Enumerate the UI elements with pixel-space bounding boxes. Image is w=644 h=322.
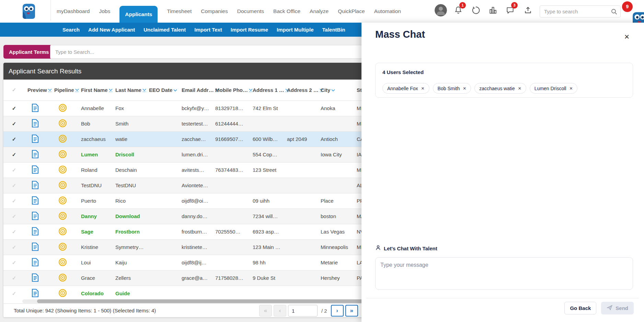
first-name-link[interactable]: Colorado xyxy=(78,286,113,301)
last-name-link[interactable]: watie xyxy=(113,131,146,147)
last-name-link[interactable]: Frostborn xyxy=(113,224,146,239)
last-name-link[interactable]: TestDNU xyxy=(113,178,146,193)
topnav-item-applicants[interactable]: Applicants xyxy=(119,6,158,23)
subnav-item-import-text[interactable]: Import Text xyxy=(194,27,222,33)
preview-document-icon[interactable] xyxy=(32,273,39,282)
pipeline-target-icon[interactable] xyxy=(58,181,67,189)
chip-remove-icon[interactable]: ✕ xyxy=(518,86,521,91)
pipeline-target-icon[interactable] xyxy=(58,119,67,128)
topnav-item-documents[interactable]: Documents xyxy=(237,0,264,23)
user-avatar[interactable] xyxy=(435,4,447,16)
last-name-link[interactable]: Deschain xyxy=(113,162,146,178)
export-upload-icon[interactable] xyxy=(524,6,532,15)
last-name-link[interactable]: Kaiju xyxy=(113,255,146,270)
chevron-down-icon[interactable] xyxy=(173,89,177,92)
preview-document-icon[interactable] xyxy=(32,212,39,220)
topnav-item-quickplace[interactable]: QuickPlace xyxy=(338,0,365,23)
table-row[interactable]: ✓LumenDriscolllumen.dri…554 Cop…Iowa Cit… xyxy=(3,147,388,162)
select-all-checkbox[interactable]: ✓ xyxy=(3,80,25,100)
table-row[interactable]: ✓GraceZellersgrace@a…71758028…9 Duke StH… xyxy=(3,270,388,286)
subnav-item-talentbin[interactable]: TalentBin xyxy=(322,27,345,33)
send-button[interactable]: Send xyxy=(601,302,634,314)
pagination-first-button[interactable]: « xyxy=(259,305,272,317)
table-row[interactable]: ✓zacchaeuswatiezacchae…91669507…600 Wilb… xyxy=(3,131,388,147)
column-header-last-name[interactable]: Last Name xyxy=(113,80,146,100)
close-icon[interactable]: ✕ xyxy=(624,33,630,41)
preview-document-icon[interactable] xyxy=(32,104,39,112)
global-search-input[interactable] xyxy=(544,6,609,17)
column-header-city[interactable]: City xyxy=(318,80,354,100)
avionte-owl-logo-icon[interactable] xyxy=(21,3,36,20)
first-name-link[interactable]: Loui xyxy=(78,255,113,270)
subnav-item-import-resume[interactable]: Import Resume xyxy=(231,27,268,33)
first-name-link[interactable]: Annabelle xyxy=(78,100,113,116)
history-undo-icon[interactable] xyxy=(471,6,480,15)
row-checkbox[interactable]: ✓ xyxy=(12,198,16,204)
subnav-item-add-new-applicant[interactable]: Add New Applicant xyxy=(88,27,135,33)
preview-document-icon[interactable] xyxy=(32,165,39,174)
preview-document-icon[interactable] xyxy=(32,258,39,266)
pipeline-target-icon[interactable] xyxy=(58,104,67,112)
subnav-item-search[interactable]: Search xyxy=(62,27,80,33)
preview-document-icon[interactable] xyxy=(32,181,39,189)
subnav-item-unclaimed-talent[interactable]: Unclaimed Talent xyxy=(143,27,186,33)
chevron-down-icon[interactable] xyxy=(331,89,335,92)
chip-remove-icon[interactable]: ✕ xyxy=(569,86,573,91)
table-row[interactable]: ✓BobSmithtestertest…61244444…MN xyxy=(3,116,388,131)
topnav-item-back-office[interactable]: Back Office xyxy=(273,0,300,23)
pagination-last-button[interactable]: » xyxy=(345,305,358,317)
preview-document-icon[interactable] xyxy=(32,150,39,158)
column-header-mobile-pho[interactable]: Mobile Pho… xyxy=(212,80,250,100)
topnav-item-jobs[interactable]: Jobs xyxy=(99,0,111,23)
first-name-link[interactable]: zacchaeus xyxy=(78,131,113,147)
reports-bar-chart-icon[interactable] xyxy=(488,6,497,15)
topnav-item-analyze[interactable]: Analyze xyxy=(310,0,329,23)
search-icon[interactable] xyxy=(611,8,618,16)
first-name-link[interactable]: Grace xyxy=(78,270,113,286)
column-header-eeo-date[interactable]: EEO Date xyxy=(146,80,179,100)
table-row[interactable]: ✓AnnabelleFoxbckyfx@y…81329718…742 Elm S… xyxy=(3,100,388,116)
row-checkbox[interactable]: ✓ xyxy=(12,105,16,111)
go-back-button[interactable]: Go Back xyxy=(564,302,596,314)
last-name-link[interactable]: Zellers xyxy=(113,270,146,286)
pipeline-target-icon[interactable] xyxy=(58,227,67,236)
topnav-item-automation[interactable]: Automation xyxy=(374,0,401,23)
pagination-prev-button[interactable]: ‹ xyxy=(274,305,286,317)
row-checkbox[interactable]: ✓ xyxy=(12,290,16,296)
filter-sort-icon[interactable] xyxy=(108,88,113,92)
pagination-page-input[interactable] xyxy=(288,305,318,317)
last-name-link[interactable]: Symmetry… xyxy=(113,239,146,255)
column-header-address-1[interactable]: Address 1 … xyxy=(250,80,284,100)
pipeline-target-icon[interactable] xyxy=(58,258,67,266)
pipeline-target-icon[interactable] xyxy=(58,242,67,251)
preview-document-icon[interactable] xyxy=(32,289,39,297)
row-checkbox[interactable]: ✓ xyxy=(12,229,16,235)
table-row[interactable]: ✓TestDNUTestDNUAviontete…AL xyxy=(3,178,388,193)
preview-document-icon[interactable] xyxy=(32,242,39,251)
preview-document-icon[interactable] xyxy=(32,134,39,143)
row-checkbox[interactable]: ✓ xyxy=(12,275,16,281)
table-row[interactable]: ✓LouiKaijuoijdf8@ij…98 hhMetarieLA xyxy=(3,255,388,270)
preview-document-icon[interactable] xyxy=(32,119,39,128)
subnav-item-import-multiple[interactable]: Import Multiple xyxy=(277,27,314,33)
pipeline-target-icon[interactable] xyxy=(58,212,67,220)
chip-remove-icon[interactable]: ✕ xyxy=(463,86,466,91)
column-header-address-2[interactable]: Address 2 … xyxy=(284,80,318,100)
row-checkbox[interactable]: ✓ xyxy=(12,244,16,250)
row-checkbox[interactable]: ✓ xyxy=(12,260,16,265)
filter-sort-icon[interactable] xyxy=(75,88,79,92)
row-checkbox[interactable]: ✓ xyxy=(12,182,16,188)
column-header-pipeline[interactable]: Pipeline xyxy=(51,80,78,100)
first-name-link[interactable]: TestDNU xyxy=(78,178,113,193)
pipeline-target-icon[interactable] xyxy=(58,289,67,297)
first-name-link[interactable]: Danny xyxy=(78,208,113,224)
column-header-preview[interactable]: Preview xyxy=(25,80,51,100)
row-checkbox[interactable]: ✓ xyxy=(12,167,16,173)
message-textarea[interactable] xyxy=(375,257,633,290)
preview-document-icon[interactable] xyxy=(32,196,39,205)
first-name-link[interactable]: Kristine xyxy=(78,239,113,255)
table-row[interactable]: ✓PuertoRicooijdf8@oi…09 uihhPlacePR xyxy=(3,193,388,208)
chip-remove-icon[interactable]: ✕ xyxy=(421,86,425,91)
first-name-link[interactable]: Bob xyxy=(78,116,113,131)
pipeline-target-icon[interactable] xyxy=(58,273,67,282)
